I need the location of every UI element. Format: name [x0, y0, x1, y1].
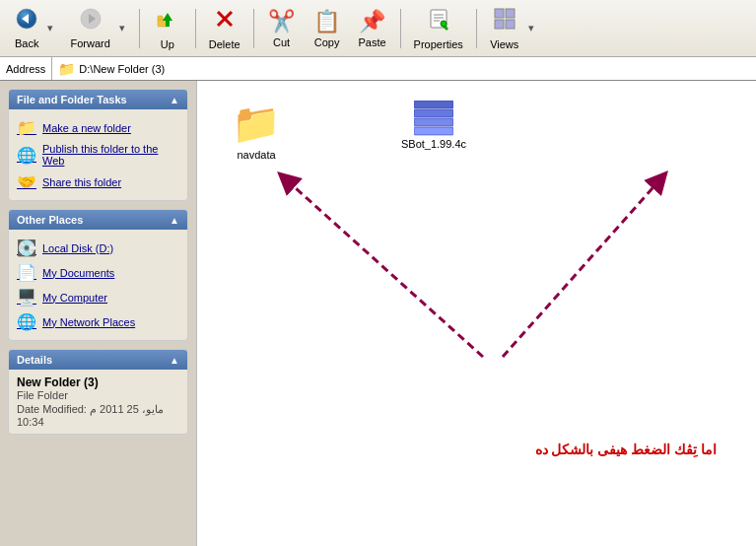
local-disk-icon: 💽 [17, 239, 36, 257]
svg-rect-22 [414, 118, 453, 126]
tasks-collapse-icon: ▲ [170, 95, 179, 105]
address-path-text: D:\New Folder (3) [79, 63, 165, 75]
up-label: Up [161, 38, 174, 50]
addressbar: Address 📁 D:\New Folder (3) [0, 57, 756, 81]
sbot-file-label: SBot_1.99.4c [401, 138, 466, 150]
tasks-panel: File and Folder Tasks ▲ 📁 Make a new fol… [8, 89, 188, 201]
my-documents-icon: 📄 [17, 263, 36, 282]
task-publish-label: Publish this folder to the Web [42, 143, 179, 167]
network-places-icon: 🌐 [17, 312, 36, 331]
forward-icon [80, 8, 102, 35]
place-my-documents[interactable]: 📄 My Documents [13, 260, 183, 285]
cut-button[interactable]: ✂️ Cut [260, 5, 304, 52]
svg-rect-7 [166, 21, 170, 27]
toolbar-sep-3 [253, 9, 254, 48]
tasks-panel-title: File and Folder Tasks [17, 94, 127, 105]
sidebar: File and Folder Tasks ▲ 📁 Make a new fol… [0, 81, 197, 546]
places-collapse-icon: ▲ [170, 215, 179, 226]
task-share-folder[interactable]: 🤝 Share this folder [13, 170, 183, 194]
svg-rect-5 [158, 16, 163, 20]
toolbar: Back ▾ Forward ▾ Up [0, 0, 756, 57]
detail-date-label: Date Modified: [17, 403, 87, 415]
back-button[interactable]: Back [8, 4, 45, 53]
delete-button[interactable]: Delete [202, 3, 247, 54]
copy-icon: 📋 [313, 9, 340, 34]
details-panel: Details ▲ New Folder (3) File Folder Dat… [8, 349, 188, 435]
views-icon [493, 7, 516, 36]
address-folder-icon: 📁 [58, 61, 75, 77]
places-panel: Other Places ▲ 💽 Local Disk (D:) 📄 My Do… [8, 209, 188, 341]
place-my-computer[interactable]: 🖥️ My Computer [13, 285, 183, 309]
back-icon [16, 8, 37, 35]
forward-dropdown[interactable]: ▾ [119, 22, 125, 34]
arabic-annotation: اما تِڤك الضغط هيفى بالشكل ده [535, 442, 717, 457]
file-sbot[interactable]: SBot_1.99.4c [394, 101, 473, 150]
places-panel-title: Other Places [17, 214, 83, 226]
place-local-disk[interactable]: 💽 Local Disk (D:) [13, 236, 183, 260]
paste-label: Paste [359, 36, 386, 48]
svg-rect-21 [414, 109, 453, 117]
details-panel-header[interactable]: Details ▲ [9, 350, 187, 370]
delete-icon [213, 7, 237, 36]
svg-rect-18 [495, 20, 504, 29]
address-path[interactable]: 📁 D:\New Folder (3) [58, 61, 750, 77]
navdata-folder-icon: 📁 [232, 101, 281, 147]
address-label: Address [6, 57, 52, 80]
paste-button[interactable]: 📌 Paste [351, 5, 394, 52]
svg-rect-23 [414, 127, 453, 135]
task-new-folder-label: Make a new folder [42, 122, 131, 134]
toolbar-sep-1 [139, 9, 140, 48]
properties-button[interactable]: Properties [407, 3, 470, 54]
toolbar-sep-5 [476, 9, 477, 48]
views-dropdown[interactable]: ▾ [528, 22, 534, 34]
back-dropdown[interactable]: ▾ [47, 22, 53, 34]
svg-marker-6 [163, 13, 172, 21]
svg-line-26 [286, 179, 483, 357]
task-new-folder[interactable]: 📁 Make a new folder [13, 115, 183, 140]
main-area: File and Folder Tasks ▲ 📁 Make a new fol… [0, 81, 756, 546]
place-network-places-label: My Network Places [42, 316, 135, 328]
task-share-label: Share this folder [42, 176, 121, 188]
views-label: Views [490, 38, 518, 50]
copy-button[interactable]: 📋 Copy [306, 5, 349, 52]
share-icon: 🤝 [17, 172, 36, 191]
forward-button[interactable]: Forward [63, 4, 116, 53]
forward-label: Forward [70, 37, 109, 49]
svg-line-27 [503, 179, 660, 357]
details-panel-title: Details [17, 354, 52, 366]
sbot-file-icon [414, 101, 453, 136]
cut-icon: ✂️ [268, 9, 295, 34]
toolbar-sep-2 [195, 9, 196, 48]
detail-folder-name: New Folder (3) [17, 375, 179, 389]
places-panel-body: 💽 Local Disk (D:) 📄 My Documents 🖥️ My C… [9, 230, 187, 340]
my-computer-icon: 🖥️ [17, 288, 36, 307]
svg-point-15 [441, 21, 447, 27]
tasks-panel-header[interactable]: File and Folder Tasks ▲ [9, 90, 187, 109]
paste-icon: 📌 [359, 9, 385, 34]
publish-icon: 🌐 [17, 146, 36, 165]
detail-folder-type: File Folder [17, 389, 179, 401]
properties-icon [427, 7, 450, 36]
new-folder-icon: 📁 [17, 118, 36, 137]
content-area[interactable]: 📁 navdata SBot_1.99.4c [197, 81, 756, 546]
arabic-text: اما تِڤك الضغط هيفى بالشكل ده [535, 442, 717, 457]
place-my-documents-label: My Documents [42, 267, 114, 279]
svg-rect-20 [414, 101, 453, 108]
cut-label: Cut [273, 36, 290, 48]
copy-label: Copy [314, 36, 340, 48]
details-collapse-icon: ▲ [170, 355, 179, 366]
svg-rect-19 [506, 20, 515, 29]
navdata-folder-label: navdata [237, 149, 275, 161]
back-label: Back [15, 37, 38, 49]
up-button[interactable]: Up [146, 3, 189, 54]
task-publish-folder[interactable]: 🌐 Publish this folder to the Web [13, 140, 183, 170]
detail-folder-date: Date Modified: مايو، 25 2011 م 10:34 [17, 403, 179, 428]
svg-rect-16 [495, 9, 504, 18]
place-network-places[interactable]: 🌐 My Network Places [13, 309, 183, 334]
svg-rect-17 [506, 9, 515, 18]
views-button[interactable]: Views [483, 3, 526, 54]
tasks-panel-body: 📁 Make a new folder 🌐 Publish this folde… [9, 109, 187, 200]
folder-navdata[interactable]: 📁 navdata [217, 101, 296, 161]
places-panel-header[interactable]: Other Places ▲ [9, 210, 187, 230]
place-my-computer-label: My Computer [42, 292, 107, 304]
